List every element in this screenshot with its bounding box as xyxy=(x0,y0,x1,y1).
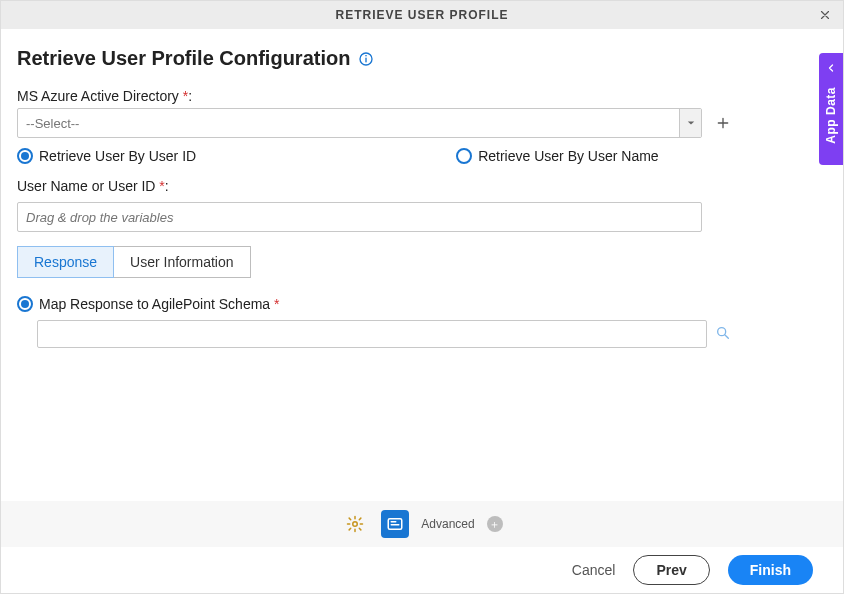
dialog-content: Retrieve User Profile Configuration MS A… xyxy=(1,29,843,348)
radio-icon xyxy=(456,148,472,164)
svg-point-4 xyxy=(353,522,358,527)
subtabs: Response User Information xyxy=(17,246,827,278)
dialog-footer: Cancel Prev Finish xyxy=(1,547,843,593)
radio-icon xyxy=(17,296,33,312)
directory-label: MS Azure Active Directory *: xyxy=(17,88,827,104)
svg-point-3 xyxy=(718,327,726,335)
close-icon[interactable] xyxy=(815,5,835,25)
tab-response[interactable]: Response xyxy=(17,246,114,278)
svg-rect-2 xyxy=(366,55,367,56)
radio-map-response[interactable]: Map Response to AgilePoint Schema * xyxy=(17,296,279,312)
app-data-side-tab[interactable]: App Data xyxy=(819,53,843,165)
form-icon[interactable] xyxy=(381,510,409,538)
prev-button[interactable]: Prev xyxy=(633,555,709,585)
finish-button[interactable]: Finish xyxy=(728,555,813,585)
radio-retrieve-by-id[interactable]: Retrieve User By User ID xyxy=(17,148,196,164)
tab-user-information[interactable]: User Information xyxy=(114,246,250,278)
userid-label: User Name or User ID *: xyxy=(17,178,827,194)
advanced-plus-icon[interactable]: ＋ xyxy=(487,516,503,532)
cancel-button[interactable]: Cancel xyxy=(572,562,616,578)
chevron-left-icon xyxy=(825,61,837,77)
map-response-input[interactable] xyxy=(37,320,707,348)
advanced-label: Advanced xyxy=(421,517,474,531)
page-title: Retrieve User Profile Configuration xyxy=(17,47,350,70)
side-tab-label: App Data xyxy=(824,87,838,144)
directory-select[interactable]: --Select-- xyxy=(17,108,702,138)
userid-input[interactable] xyxy=(17,202,702,232)
gear-icon[interactable] xyxy=(341,510,369,538)
search-schema-icon[interactable] xyxy=(715,325,731,344)
info-icon[interactable] xyxy=(358,51,374,67)
radio-retrieve-by-name-label: Retrieve User By User Name xyxy=(478,148,659,164)
directory-select-value: --Select-- xyxy=(18,109,679,137)
svg-rect-1 xyxy=(366,57,367,62)
dialog-title: RETRIEVE USER PROFILE xyxy=(335,8,508,22)
chevron-down-icon xyxy=(679,109,701,137)
radio-retrieve-by-id-label: Retrieve User By User ID xyxy=(39,148,196,164)
radio-map-response-label: Map Response to AgilePoint Schema * xyxy=(39,296,279,312)
bottom-toolbar: Advanced ＋ xyxy=(1,501,843,547)
radio-retrieve-by-name[interactable]: Retrieve User By User Name xyxy=(456,148,659,164)
add-directory-button[interactable] xyxy=(712,112,734,134)
radio-icon xyxy=(17,148,33,164)
dialog-header: RETRIEVE USER PROFILE xyxy=(1,1,843,29)
